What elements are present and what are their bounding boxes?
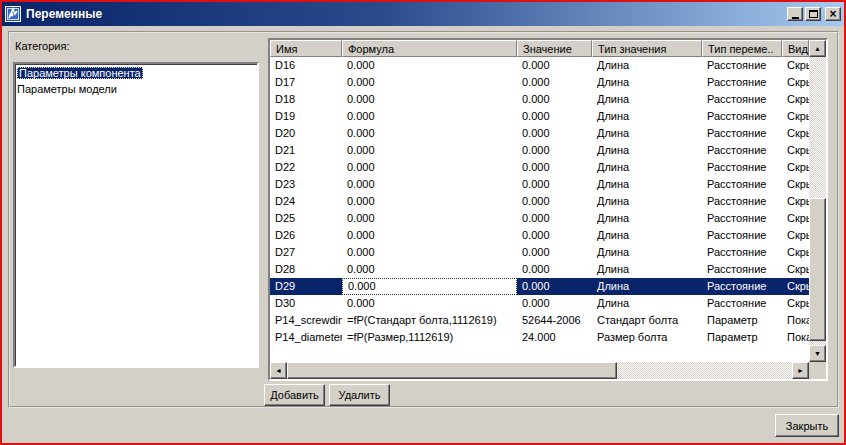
cell-value[interactable]: 0.000 bbox=[517, 125, 592, 142]
table-row-D30[interactable]: D300.0000.000ДлинаРасстояниеСкрыть bbox=[270, 295, 809, 312]
table-row-D25[interactable]: D250.0000.000ДлинаРасстояниеСкрыть bbox=[270, 210, 809, 227]
column-header-2[interactable]: Значение bbox=[517, 40, 592, 57]
cell-name[interactable]: D19 bbox=[270, 108, 342, 125]
titlebar[interactable]: Переменные × bbox=[2, 2, 844, 26]
cell-value-type[interactable]: Длина bbox=[592, 91, 702, 108]
cell-name[interactable]: D16 bbox=[270, 57, 342, 74]
scroll-down-icon[interactable]: ▼ bbox=[809, 345, 826, 362]
column-header-5[interactable]: Видимость bbox=[782, 40, 809, 57]
cell-var-type[interactable]: Расстояние bbox=[702, 210, 782, 227]
cell-name[interactable]: D17 bbox=[270, 74, 342, 91]
horizontal-scroll-thumb[interactable] bbox=[287, 362, 617, 379]
close-button[interactable]: × bbox=[825, 7, 841, 21]
column-header-4[interactable]: Тип переме.. bbox=[702, 40, 782, 57]
cell-value-type[interactable]: Длина bbox=[592, 278, 702, 295]
cell-value-type[interactable]: Длина bbox=[592, 74, 702, 91]
cell-formula[interactable]: 0.000 bbox=[342, 125, 517, 142]
cell-var-type[interactable]: Расстояние bbox=[702, 159, 782, 176]
cell-visibility[interactable]: Скрыть bbox=[782, 193, 809, 210]
cell-visibility[interactable]: Скрыть bbox=[782, 295, 809, 312]
cell-name[interactable]: P14_screwdin bbox=[270, 312, 342, 329]
table-row-D29[interactable]: D290.0000.000ДлинаРасстояниеСкрыть bbox=[270, 278, 809, 295]
horizontal-scroll-track[interactable] bbox=[617, 362, 792, 379]
cell-value[interactable]: 0.000 bbox=[517, 210, 592, 227]
cell-value[interactable]: 0.000 bbox=[517, 108, 592, 125]
scroll-left-icon[interactable]: ◄ bbox=[270, 362, 287, 379]
cell-var-type[interactable]: Расстояние bbox=[702, 108, 782, 125]
cell-name[interactable]: D20 bbox=[270, 125, 342, 142]
cell-formula[interactable]: 0.000 bbox=[342, 244, 517, 261]
maximize-button[interactable] bbox=[805, 7, 821, 21]
cell-visibility[interactable]: Скрыть bbox=[782, 142, 809, 159]
cell-var-type[interactable]: Расстояние bbox=[702, 244, 782, 261]
table-row-D24[interactable]: D240.0000.000ДлинаРасстояниеСкрыть bbox=[270, 193, 809, 210]
cell-value-type[interactable]: Стандарт болта bbox=[592, 312, 702, 329]
cell-visibility[interactable]: Скрыть bbox=[782, 176, 809, 193]
table-row-P14_screwdin[interactable]: P14_screwdin=fP(Стандарт болта,1112619)5… bbox=[270, 312, 809, 329]
vertical-scroll-thumb[interactable] bbox=[809, 198, 826, 341]
cell-value-type[interactable]: Размер болта bbox=[592, 329, 702, 346]
cell-name[interactable]: D25 bbox=[270, 210, 342, 227]
column-header-3[interactable]: Тип значения bbox=[592, 40, 702, 57]
table-row-D28[interactable]: D280.0000.000ДлинаРасстояниеСкрыть bbox=[270, 261, 809, 278]
vertical-scrollbar[interactable]: ▲ ▼ bbox=[809, 40, 826, 379]
cell-visibility[interactable]: Скрыть bbox=[782, 210, 809, 227]
table-row-D18[interactable]: D180.0000.000ДлинаРасстояниеСкрыть bbox=[270, 91, 809, 108]
cell-visibility[interactable]: Показать bbox=[782, 312, 809, 329]
cell-formula[interactable]: 0.000 bbox=[342, 74, 517, 91]
cell-formula[interactable]: 0.000 bbox=[342, 108, 517, 125]
table-row-D20[interactable]: D200.0000.000ДлинаРасстояниеСкрыть bbox=[270, 125, 809, 142]
cell-value[interactable]: 52644-2006 bbox=[517, 312, 592, 329]
cell-formula[interactable]: 0.000 bbox=[342, 176, 517, 193]
cell-value-type[interactable]: Длина bbox=[592, 210, 702, 227]
cell-value[interactable]: 0.000 bbox=[517, 278, 592, 295]
cell-visibility[interactable]: Скрыть bbox=[782, 125, 809, 142]
cell-value-type[interactable]: Длина bbox=[592, 176, 702, 193]
cell-value[interactable]: 0.000 bbox=[517, 91, 592, 108]
cell-var-type[interactable]: Расстояние bbox=[702, 261, 782, 278]
cell-name[interactable]: D21 bbox=[270, 142, 342, 159]
cell-visibility[interactable]: Скрыть bbox=[782, 227, 809, 244]
cell-name[interactable]: D30 bbox=[270, 295, 342, 312]
cell-value[interactable]: 0.000 bbox=[517, 193, 592, 210]
cell-formula[interactable]: =fP(Стандарт болта,1112619) bbox=[342, 312, 517, 329]
cell-formula[interactable]: =fP(Размер,1112619) bbox=[342, 329, 517, 346]
cell-value[interactable]: 0.000 bbox=[517, 159, 592, 176]
cell-var-type[interactable]: Расстояние bbox=[702, 278, 782, 295]
cell-value[interactable]: 0.000 bbox=[517, 227, 592, 244]
cell-visibility[interactable]: Скрыть bbox=[782, 244, 809, 261]
cell-value-type[interactable]: Длина bbox=[592, 57, 702, 74]
cell-value[interactable]: 24.000 bbox=[517, 329, 592, 346]
cell-formula[interactable]: 0.000 bbox=[342, 261, 517, 278]
cell-value-type[interactable]: Длина bbox=[592, 108, 702, 125]
cell-formula[interactable]: 0.000 bbox=[342, 159, 517, 176]
cell-value-type[interactable]: Длина bbox=[592, 227, 702, 244]
cell-visibility[interactable]: Скрыть bbox=[782, 261, 809, 278]
cell-formula[interactable]: 0.000 bbox=[342, 295, 517, 312]
listbox-item-0[interactable]: Параметры компонента bbox=[17, 65, 257, 81]
cell-value-type[interactable]: Длина bbox=[592, 142, 702, 159]
cell-value-type[interactable]: Длина bbox=[592, 244, 702, 261]
cell-var-type[interactable]: Параметр bbox=[702, 312, 782, 329]
horizontal-scrollbar[interactable]: ◄ ► bbox=[270, 362, 809, 379]
cell-value[interactable]: 0.000 bbox=[517, 261, 592, 278]
cell-visibility[interactable]: Показать bbox=[782, 329, 809, 346]
cell-formula[interactable]: 0.000 bbox=[342, 193, 517, 210]
cell-var-type[interactable]: Расстояние bbox=[702, 295, 782, 312]
cell-var-type[interactable]: Расстояние bbox=[702, 227, 782, 244]
cell-value-type[interactable]: Длина bbox=[592, 159, 702, 176]
scroll-up-icon[interactable]: ▲ bbox=[809, 40, 826, 57]
scroll-right-icon[interactable]: ► bbox=[792, 362, 809, 379]
cell-name[interactable]: D24 bbox=[270, 193, 342, 210]
cell-formula[interactable]: 0.000 bbox=[342, 142, 517, 159]
cell-name[interactable]: D28 bbox=[270, 261, 342, 278]
cell-name[interactable]: D22 bbox=[270, 159, 342, 176]
cell-visibility[interactable]: Скрыть bbox=[782, 91, 809, 108]
cell-formula[interactable]: 0.000 bbox=[342, 278, 517, 295]
table-row-D16[interactable]: D160.0000.000ДлинаРасстояниеСкрыть bbox=[270, 57, 809, 74]
cell-value-type[interactable]: Длина bbox=[592, 125, 702, 142]
cell-name[interactable]: D29 bbox=[270, 278, 342, 295]
table-row-D19[interactable]: D190.0000.000ДлинаРасстояниеСкрыть bbox=[270, 108, 809, 125]
vertical-scroll-track[interactable] bbox=[809, 57, 826, 345]
table-row-D23[interactable]: D230.0000.000ДлинаРасстояниеСкрыть bbox=[270, 176, 809, 193]
